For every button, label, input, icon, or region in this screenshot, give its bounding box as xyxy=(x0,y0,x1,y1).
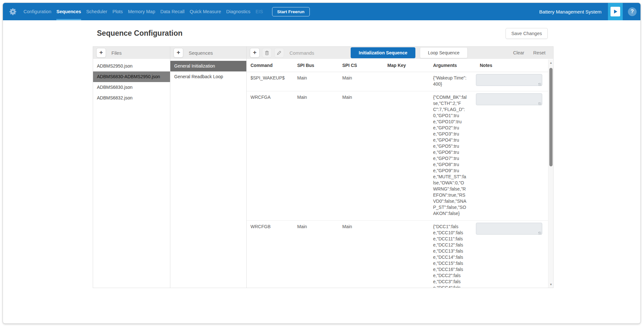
commands-scrollbar[interactable]: ▲ ▼ xyxy=(548,60,553,288)
cell-spi-bus: Main xyxy=(293,72,338,91)
command-row-spi-wakeup[interactable]: $SPI_WAKEUP$MainMain{"Wakeup Time":400} xyxy=(247,72,548,91)
files-panel-header: + Files xyxy=(93,47,170,59)
cell-map-key xyxy=(384,221,429,288)
run-button[interactable] xyxy=(608,3,623,20)
scrollbar-thumb[interactable] xyxy=(549,68,553,166)
files-panel: + Files ADBMS2950.jsonADBMS6830-ADBMS295… xyxy=(93,47,170,288)
start-freerun-button[interactable]: Start Freerun xyxy=(272,7,310,16)
tab-initialization-sequence[interactable]: Initialization Sequence xyxy=(351,47,415,58)
notes-box xyxy=(476,74,542,88)
nav-item-scheduler[interactable]: Scheduler xyxy=(84,3,110,20)
add-command-button[interactable]: + xyxy=(250,48,260,58)
notes-box xyxy=(476,93,542,107)
notes-input[interactable] xyxy=(476,74,542,86)
sequences-list: General InitializationGeneral Readback L… xyxy=(170,59,246,82)
clear-link[interactable]: Clear xyxy=(513,50,524,55)
cell-arguments: {"COMM_BK":false,"CTH":2,"FC":7,"FLAG_D"… xyxy=(429,91,476,220)
list-item-general-readback-loop[interactable]: General Readback Loop xyxy=(170,71,246,82)
column-header-map-key: Map Key xyxy=(384,63,429,68)
commands-panel-title: Commands xyxy=(289,50,314,56)
brand-title: Battery Management System xyxy=(539,9,601,14)
add-file-button[interactable]: + xyxy=(96,48,106,58)
column-header-arguments: Arguments xyxy=(429,63,476,68)
reset-link[interactable]: Reset xyxy=(533,50,545,55)
column-header-command: Command xyxy=(247,63,293,68)
cell-spi-cs: Main xyxy=(338,72,384,91)
pencil-icon xyxy=(277,51,281,55)
page-header: Sequence Configuration Save Changes xyxy=(3,20,640,46)
column-header-spi-cs: SPI CS xyxy=(338,63,384,68)
sequences-panel: + Sequences General InitializationGenera… xyxy=(170,47,247,288)
nav-item-diagnostics[interactable]: Diagnostics xyxy=(223,3,253,20)
list-item-adbms2950-json[interactable]: ADBMS2950.json xyxy=(93,61,170,71)
cell-notes xyxy=(476,91,548,220)
list-item-adbms6830-json[interactable]: ADBMS6830.json xyxy=(93,82,170,93)
nav-items: ConfigurationSequencesSchedulerPlotsMemo… xyxy=(21,3,266,20)
commands-panel-header: + Commands Initialization xyxy=(247,47,553,59)
command-row-wrcfga[interactable]: WRCFGAMainMain{"COMM_BK":false,"CTH":2,"… xyxy=(247,91,548,221)
cell-arguments: {"Wakeup Time":400} xyxy=(429,72,476,91)
add-sequence-button[interactable]: + xyxy=(174,48,183,58)
tab-loop-sequence[interactable]: Loop Sequence xyxy=(420,47,468,58)
notes-input[interactable] xyxy=(476,93,542,105)
column-header-spi-bus: SPI Bus xyxy=(293,63,338,68)
nav-item-data-recall[interactable]: Data Recall xyxy=(158,3,187,20)
column-header-notes: Notes xyxy=(476,63,548,68)
app-window: ConfigurationSequencesSchedulerPlotsMemo… xyxy=(3,3,641,324)
sequences-panel-header: + Sequences xyxy=(170,47,246,59)
command-row-wrcfgb[interactable]: WRCFGBMainMain{"DCC1":false,"DCC10":fals… xyxy=(247,221,548,288)
cell-command: $SPI_WAKEUP$ xyxy=(247,72,293,91)
list-item-adbms6832-json[interactable]: ADBMS6832.json xyxy=(93,93,170,103)
commands-panel: + Commands Initialization xyxy=(247,47,553,288)
commands-table-body: $SPI_WAKEUP$MainMain{"Wakeup Time":400}W… xyxy=(247,72,548,288)
top-nav: ConfigurationSequencesSchedulerPlotsMemo… xyxy=(3,3,640,20)
nav-item-configuration[interactable]: Configuration xyxy=(21,3,54,20)
nav-item-memory-map[interactable]: Memory Map xyxy=(125,3,158,20)
cell-notes xyxy=(476,72,548,91)
sequence-type-tabs: Initialization SequenceLoop Sequence xyxy=(351,47,468,58)
sequences-panel-title: Sequences xyxy=(189,50,213,56)
nav-right: Battery Management System ? xyxy=(539,3,640,20)
commands-table-header: CommandSPI BusSPI CSMap KeyArgumentsNote… xyxy=(247,59,548,72)
gear-icon[interactable] xyxy=(9,7,17,16)
nav-item-quick-measure[interactable]: Quick Measure xyxy=(187,3,224,20)
cell-map-key xyxy=(384,72,429,91)
cell-notes xyxy=(476,221,548,288)
cell-map-key xyxy=(384,91,429,220)
page-title: Sequence Configuration xyxy=(97,29,183,38)
edit-command-button[interactable] xyxy=(274,48,284,58)
notes-box xyxy=(476,223,542,236)
cell-spi-bus: Main xyxy=(293,91,338,220)
nav-item-sequences[interactable]: Sequences xyxy=(54,3,84,20)
cell-command: WRCFGA xyxy=(247,91,293,220)
cell-command: WRCFGB xyxy=(247,221,293,288)
help-icon[interactable]: ? xyxy=(628,7,637,16)
files-list: ADBMS2950.jsonADBMS6830-ADBMS2950.jsonAD… xyxy=(93,59,170,103)
files-panel-title: Files xyxy=(111,50,122,56)
scroll-up-icon[interactable]: ▲ xyxy=(548,60,554,65)
cell-spi-cs: Main xyxy=(338,91,384,220)
play-icon xyxy=(611,7,620,16)
scroll-down-icon[interactable]: ▼ xyxy=(548,282,554,287)
cell-arguments: {"DCC1":false,"DCC10":false,"DCC11":fals… xyxy=(429,221,476,288)
nav-item-eis: EIS xyxy=(253,3,265,20)
list-item-general-initialization[interactable]: General Initialization xyxy=(170,61,246,71)
delete-command-button[interactable] xyxy=(262,48,272,58)
list-item-adbms6830-adbms2950-json[interactable]: ADBMS6830-ADBMS2950.json xyxy=(93,71,170,82)
panels-container: + Files ADBMS2950.jsonADBMS6830-ADBMS295… xyxy=(93,46,554,288)
trash-icon xyxy=(265,51,269,55)
commands-actions: ClearReset xyxy=(504,50,545,55)
cell-spi-cs: Main xyxy=(338,221,384,288)
notes-input[interactable] xyxy=(476,223,542,235)
save-changes-button[interactable]: Save Changes xyxy=(506,28,548,39)
cell-spi-bus: Main xyxy=(293,221,338,288)
nav-item-plots[interactable]: Plots xyxy=(110,3,125,20)
